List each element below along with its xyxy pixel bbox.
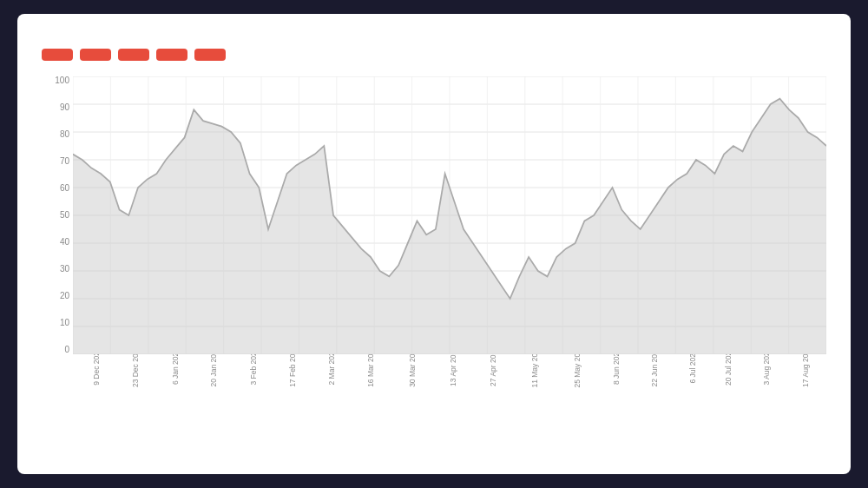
- y-tick: 40: [60, 238, 69, 247]
- x-tick: 17 Aug 2024: [801, 354, 810, 387]
- x-tick: 13 Apr 2024: [449, 354, 457, 386]
- y-tick: 80: [60, 130, 69, 139]
- x-tick: 8 Jun 2024: [612, 354, 621, 385]
- x-tick: 16 Mar 2024: [366, 354, 375, 387]
- btn-3m[interactable]: [118, 49, 149, 61]
- x-tick: 6 Jan 2024: [171, 354, 180, 385]
- x-tick: 30 Mar 2024: [408, 354, 417, 387]
- x-tick: 6 Jul 2024: [687, 354, 696, 384]
- y-tick: 90: [60, 103, 69, 112]
- y-tick: 50: [60, 211, 69, 220]
- x-tick: 3 Feb 2024: [248, 354, 257, 386]
- chart-container: [73, 76, 826, 354]
- btn-1y[interactable]: [156, 49, 187, 61]
- btn-max[interactable]: [194, 49, 226, 61]
- x-tick: 17 Feb 2024: [287, 354, 296, 387]
- x-tick: 11 May 2024: [529, 354, 538, 388]
- y-tick: 10: [60, 319, 69, 327]
- y-tick: 70: [60, 157, 69, 166]
- btn-1m[interactable]: [80, 49, 111, 61]
- y-tick: 20: [60, 292, 69, 300]
- x-tick: 20 Jul 2024: [724, 354, 733, 386]
- y-tick: 100: [55, 76, 69, 85]
- y-tick: 60: [60, 184, 69, 193]
- btn-7d[interactable]: [42, 49, 73, 61]
- x-tick: 9 Dec 2023: [92, 354, 101, 386]
- x-axis: 9 Dec 202323 Dec 20236 Jan 202420 Jan 20…: [73, 354, 826, 406]
- x-tick: 27 Apr 2024: [489, 354, 497, 386]
- time-range-buttons: [42, 49, 826, 61]
- chart-svg: [73, 76, 826, 354]
- x-tick: 20 Jan 2024: [209, 354, 218, 386]
- y-axis: 1009080706050403020100: [42, 76, 73, 354]
- x-tick: 2 Mar 2024: [327, 354, 336, 386]
- x-tick: 25 May 2024: [572, 354, 581, 388]
- chart-area: 1009080706050403020100 9 Dec 202323 Dec …: [42, 76, 826, 406]
- y-tick: 30: [60, 265, 69, 274]
- x-tick: 3 Aug 2024: [761, 354, 770, 386]
- y-tick: 0: [64, 346, 69, 354]
- x-tick: 23 Dec 2023: [132, 354, 141, 387]
- main-card: 1009080706050403020100 9 Dec 202323 Dec …: [17, 14, 851, 474]
- x-tick: 22 Jun 2024: [650, 354, 659, 386]
